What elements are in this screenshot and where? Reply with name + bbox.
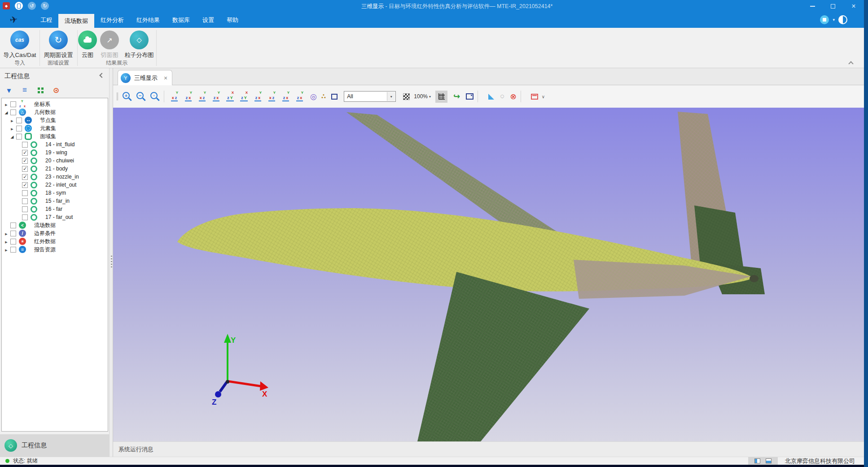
app-logo-icon[interactable]: ◆ xyxy=(3,2,10,9)
checkbox[interactable] xyxy=(16,118,22,123)
tree-row[interactable]: 18 - sym xyxy=(2,189,108,197)
view-orientation-button[interactable]: Yzx xyxy=(182,91,194,102)
zoom-fit-button[interactable] xyxy=(149,91,160,102)
style-toggle-button[interactable] xyxy=(820,15,829,24)
mesh-toggle-button-active[interactable] xyxy=(435,91,447,103)
menu-item[interactable]: 红外结果 xyxy=(130,13,166,28)
region-select-icon[interactable] xyxy=(331,94,338,100)
chevron-down-icon[interactable]: ▾ xyxy=(833,17,835,22)
checkbox[interactable] xyxy=(22,174,28,180)
tree-row[interactable]: 14 - int_fluid xyxy=(2,140,108,148)
view-orientation-button[interactable]: Yxz xyxy=(196,91,208,102)
export-arrow-icon[interactable] xyxy=(453,92,460,101)
checkbox[interactable] xyxy=(22,198,28,204)
tree-row[interactable]: 19 - wing xyxy=(2,148,108,157)
checkbox[interactable] xyxy=(22,142,28,148)
view-orientation-button[interactable]: Yzx xyxy=(294,91,306,102)
zoom-level-dropdown[interactable]: 100% ▾ xyxy=(414,93,431,100)
tree-row[interactable]: 流场数据 xyxy=(2,221,108,229)
restore-button[interactable] xyxy=(823,0,843,13)
checkbox[interactable] xyxy=(22,182,28,188)
checkbox[interactable] xyxy=(16,134,22,140)
expander-closed-icon[interactable] xyxy=(4,246,9,253)
view-orientation-button[interactable]: Yxz xyxy=(168,91,180,102)
tree-row[interactable]: 15 - far_in xyxy=(2,197,108,205)
transparency-icon[interactable] xyxy=(403,93,410,100)
checkbox[interactable] xyxy=(10,109,16,115)
redo-button[interactable]: ↻ xyxy=(41,2,49,10)
panel-splitter[interactable] xyxy=(109,68,113,457)
checkbox[interactable] xyxy=(22,214,28,220)
menu-item[interactable]: 设置 xyxy=(196,13,220,28)
close-button[interactable]: × xyxy=(843,0,864,13)
tree-row[interactable]: 节点集 xyxy=(2,116,108,124)
layout-split-vertical-icon[interactable] xyxy=(754,458,760,463)
camera-icon[interactable] xyxy=(310,92,317,101)
view-orientation-button[interactable]: Yzx xyxy=(210,91,222,102)
mirror-icon[interactable] xyxy=(488,94,494,100)
minimize-button[interactable] xyxy=(802,0,823,13)
view-orientation-button[interactable]: Yzx xyxy=(252,91,264,102)
layout-split-horizontal-icon[interactable] xyxy=(766,458,772,463)
particle-distribution-button[interactable]: 粒子分布图 xyxy=(121,31,157,59)
tree-row[interactable]: 21 - body xyxy=(2,165,108,173)
combobox-dropdown-icon[interactable] xyxy=(387,92,395,101)
list-view-icon[interactable]: ≡ xyxy=(20,86,29,95)
tree-row[interactable]: 面域集 xyxy=(2,132,108,140)
tree-row[interactable]: 16 - far xyxy=(2,205,108,213)
panel-collapse-button[interactable] xyxy=(99,74,103,77)
checkbox[interactable] xyxy=(16,126,22,131)
view-orientation-button[interactable]: XzY xyxy=(224,91,236,102)
tree-row[interactable]: 元素集 xyxy=(2,124,108,132)
checkbox[interactable] xyxy=(10,223,16,228)
expander-open-icon[interactable] xyxy=(9,133,15,140)
tree-row[interactable]: Yzx坐标系 xyxy=(2,100,108,108)
tree-row[interactable]: 23 - nozzle_in xyxy=(2,173,108,181)
checkbox[interactable] xyxy=(22,166,28,172)
contour-plot-button[interactable]: 云图 xyxy=(77,31,98,59)
viewport-3d[interactable]: Y X Z xyxy=(113,108,864,441)
particles-icon[interactable] xyxy=(321,92,326,100)
checkbox[interactable] xyxy=(10,239,16,244)
checkbox[interactable] xyxy=(22,190,28,196)
view-orientation-button[interactable]: XzY xyxy=(238,91,250,102)
expander-closed-icon[interactable] xyxy=(9,125,15,131)
filter-icon[interactable]: ▼ xyxy=(4,86,13,95)
view-orientation-button[interactable]: Yzx xyxy=(280,91,292,102)
menu-item[interactable]: 红外分析 xyxy=(94,13,130,28)
theme-toggle-button[interactable] xyxy=(838,15,847,24)
zoom-in-button[interactable] xyxy=(121,91,132,102)
snapshot-icon[interactable] xyxy=(466,93,473,100)
target-icon[interactable]: ⊙ xyxy=(52,86,61,95)
expander-open-icon[interactable] xyxy=(4,109,9,115)
checkbox[interactable] xyxy=(10,231,16,236)
delete-icon[interactable] xyxy=(510,92,516,101)
display-filter-combobox[interactable]: All xyxy=(344,91,396,102)
panel-footer[interactable]: 工程信息 xyxy=(0,434,109,457)
package-icon[interactable] xyxy=(531,94,538,100)
menu-item[interactable]: 流场数据 xyxy=(58,14,94,28)
expander-closed-icon[interactable] xyxy=(4,230,9,236)
expander-closed-icon[interactable] xyxy=(4,238,9,244)
tab-3d-display[interactable]: 三维显示 × xyxy=(118,70,172,85)
tab-close-icon[interactable]: × xyxy=(164,76,167,80)
zoom-out-button[interactable] xyxy=(135,91,146,102)
expander-closed-icon[interactable] xyxy=(4,101,9,107)
smooth-shading-icon[interactable] xyxy=(500,92,504,101)
checkbox[interactable] xyxy=(10,101,16,107)
tree-row[interactable]: 边界条件 xyxy=(2,229,108,237)
toolbar-drag-handle[interactable] xyxy=(117,92,118,100)
checkbox[interactable] xyxy=(10,247,16,253)
tree-row[interactable]: 红外数据 xyxy=(2,237,108,245)
menu-item[interactable]: 工程 xyxy=(34,13,58,28)
undo-button[interactable]: ↺ xyxy=(28,2,36,10)
import-cas-dat-button[interactable]: cas导入Cas/Dat xyxy=(0,31,39,59)
view-orientation-button[interactable]: Yxz xyxy=(266,91,278,102)
new-document-button[interactable] xyxy=(15,2,23,10)
grid-view-icon[interactable] xyxy=(36,86,45,95)
checkbox[interactable] xyxy=(22,206,28,212)
menu-item[interactable]: 数据库 xyxy=(166,13,196,28)
chevron-down-icon[interactable] xyxy=(542,94,545,99)
tree-row[interactable]: 20 - chuiwei xyxy=(2,157,108,165)
ribbon-collapse-button[interactable] xyxy=(849,61,853,64)
